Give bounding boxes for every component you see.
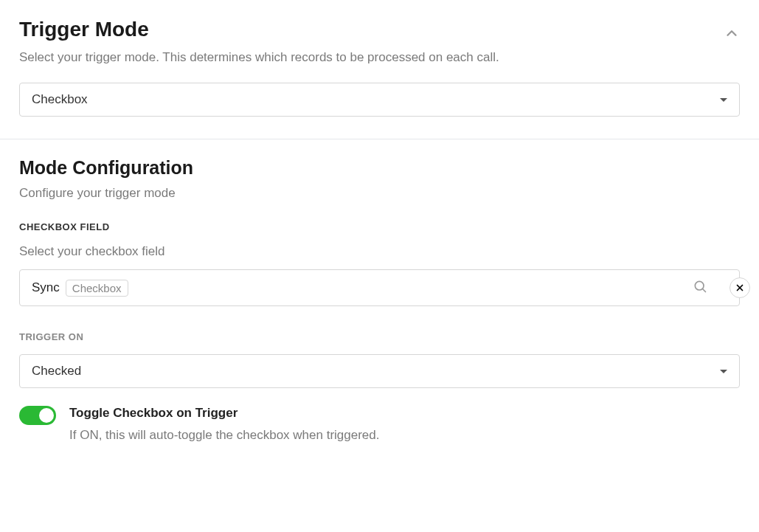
toggle-knob [39,408,54,423]
mode-config-title: Mode Configuration [19,157,740,179]
checkbox-field-input-wrap: Sync Checkbox [19,269,740,306]
trigger-mode-section: Trigger Mode Select your trigger mode. T… [0,0,759,139]
trigger-on-value: Checked [32,364,81,379]
toggle-checkbox-switch[interactable] [19,406,56,425]
svg-line-1 [703,289,706,292]
checkbox-field-value: Sync [32,280,60,295]
trigger-mode-header: Trigger Mode Select your trigger mode. T… [19,18,740,83]
mode-config-section: Mode Configuration Configure your trigge… [0,139,759,465]
toggle-title: Toggle Checkbox on Trigger [69,406,380,421]
collapse-chevron-icon[interactable] [724,25,740,44]
mode-config-subtitle: Configure your trigger mode [19,186,740,201]
search-icon[interactable] [693,279,707,297]
toggle-desc: If ON, this will auto-toggle the checkbo… [69,428,380,443]
trigger-mode-title: Trigger Mode [19,18,499,41]
clear-button[interactable] [729,277,750,298]
checkbox-field-input[interactable]: Sync Checkbox [19,269,740,306]
caret-down-icon [720,98,727,102]
toggle-text: Toggle Checkbox on Trigger If ON, this w… [69,406,380,443]
trigger-mode-select[interactable]: Checkbox [19,83,740,117]
checkbox-field-label: CHECKBOX FIELD [19,221,740,232]
trigger-mode-subtitle: Select your trigger mode. This determine… [19,50,499,65]
caret-down-icon [720,370,727,373]
toggle-row: Toggle Checkbox on Trigger If ON, this w… [19,406,740,443]
checkbox-field-type-tag: Checkbox [66,280,128,297]
trigger-mode-value: Checkbox [32,92,88,107]
trigger-on-label: TRIGGER ON [19,331,740,342]
checkbox-field-help: Select your checkbox field [19,244,740,259]
trigger-on-select[interactable]: Checked [19,354,740,388]
